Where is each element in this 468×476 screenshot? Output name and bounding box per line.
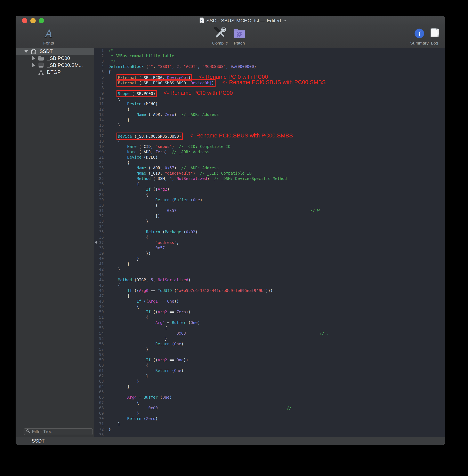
line-number: 17 [94,133,106,138]
disclosure-closed-icon[interactable] [31,63,36,67]
code-line: 13 Name (_ADR, Zero) // _ADR: Address [94,112,445,117]
sidebar-item-sb-pc00-sm[interactable]: _SB.PC00.SM... [16,62,94,69]
code-line-content: Name (_ADR, Zero) // _ADR: Address [106,112,219,117]
code-line-content [106,389,108,395]
code-line-content: Device (_SB.PC00.SMBS.BUS0)<- Rename PCI… [106,133,293,138]
code-line-content: * SMBus compatibility table. [106,53,176,59]
line-number: 57 [94,346,106,352]
code-line: 61 Return (One) [94,368,445,373]
code-line: 50 If ((Arg2 == Zero)) [94,309,445,314]
sidebar-item-dtgp[interactable]: DTGP [16,69,94,76]
code-line-content: Device (MCHC) [106,101,158,106]
code-line: 33 } [94,219,445,224]
code-line-content: { [106,235,148,240]
line-number: 35 [94,229,106,235]
line-number: 69 [94,411,106,416]
code-line: 41 } [94,261,445,267]
title-chevron-icon[interactable] [283,19,287,23]
code-line-content [106,352,108,357]
line-number: 27 [94,187,106,192]
line-number: 47 [94,293,106,298]
code-line: 18 { [94,138,445,144]
close-button[interactable] [22,18,27,23]
sidebar-item-label: _SB.PC00 [47,55,70,61]
code-line: 3 */ [94,59,445,64]
line-number: 59 [94,357,106,363]
code-line-content [106,128,108,133]
sidebar-item-sb-pc00[interactable]: _SB.PC00 [16,55,94,62]
code-line-content: /* [106,48,113,53]
line-number: 11 [94,101,106,106]
main-area: SSDT_SB.PC00_SB.PC00.SM...DTGP Filter Tr… [16,48,445,437]
line-number: 65 [94,389,106,395]
code-line-content: { [106,96,120,101]
code-line: 53 { [94,325,445,330]
code-line: 21 Device (DVL0) [94,154,445,160]
disclosure-open-icon[interactable] [24,50,29,53]
line-number: 20 [94,149,106,154]
code-line-content: } [106,267,120,272]
code-line: 56 Return (One) [94,341,445,346]
sidebar-item-ssdt[interactable]: SSDT [16,48,94,55]
statusbar: SSDT [16,437,445,445]
code-line: 1/* [94,48,445,53]
line-number: 15 [94,122,106,128]
code-line-content: Name (_ADR, 0x57) // _ADR: Address [106,165,219,170]
minimize-button[interactable] [30,18,36,23]
line-number: 5 [94,69,106,74]
fonts-icon: A [45,28,52,39]
code-line: 4DefinitionBlock ("", "SSDT", 2, "ACDT",… [94,64,445,69]
fonts-button[interactable]: A Fonts [38,27,59,45]
zoom-button[interactable] [39,18,44,23]
code-line: 45 { [94,283,445,288]
code-line-content: Name (_ADR, Zero) // _ADR: Address [106,149,209,154]
code-line: 49 { [94,304,445,309]
line-number: 70 [94,416,106,421]
code-line: 47 { [94,293,445,298]
code-line: 52 Arg4 = Buffer (One) [94,320,445,325]
line-number: 38 [94,245,106,251]
disclosure-closed-icon[interactable] [31,56,36,60]
line-number: 21 [94,154,106,160]
compile-tools-icon [214,27,227,40]
code-line: 2 * SMBus compatibility table. [94,53,445,59]
code-line-content: DefinitionBlock ("", "SSDT", 2, "ACDT", … [106,64,256,69]
code-line-content: } [106,336,167,341]
code-line-content: { [106,181,139,187]
line-number: 24 [94,170,106,176]
code-line-content: { [106,106,130,112]
code-line: 57 } [94,346,445,352]
patch-button[interactable]: Patch [229,27,249,45]
line-number: 51 [94,314,106,320]
code-line: 14 } [94,117,445,122]
code-line-content: } [106,117,130,122]
code-line: 12 { [94,106,445,112]
code-line-content: 0x03 // . [106,330,329,336]
code-line-content [106,432,108,437]
line-number: 13 [94,112,106,117]
line-number: 1 [94,48,106,53]
log-label: Log [431,41,438,45]
code-line: 28 { [94,192,445,197]
annotation-note: <- Rename PCI0.SBUS with PC00.SMBS [222,79,326,85]
code-editor[interactable]: 1/*2 * SMBus compatibility table.3 */4De… [94,48,445,437]
line-number: 2 [94,53,106,59]
line-number: 33 [94,219,106,224]
code-line: 58 [94,352,445,357]
code-line: 48 If ((Arg1 == One)) [94,298,445,304]
code-line: 71 } [94,421,445,427]
line-number: 22 [94,160,106,165]
code-line: 32 }) [94,213,445,219]
filter-tree-input[interactable]: Filter Tree [24,428,93,435]
patch-folder-icon [233,27,246,40]
print-button[interactable]: Print [441,27,445,45]
line-number: 58 [94,352,106,357]
line-number: 29 [94,197,106,203]
compile-button[interactable]: Compile [210,27,230,45]
line-number: 46 [94,288,106,293]
maciasl-window: SSDT-SBUS-MCHC.dsl — Edited A Fonts [15,16,445,445]
code-line-content: { [106,293,130,298]
code-line: 38 0x57 [94,245,445,251]
line-number: 25 [94,176,106,181]
code-line: 73 [94,432,445,437]
